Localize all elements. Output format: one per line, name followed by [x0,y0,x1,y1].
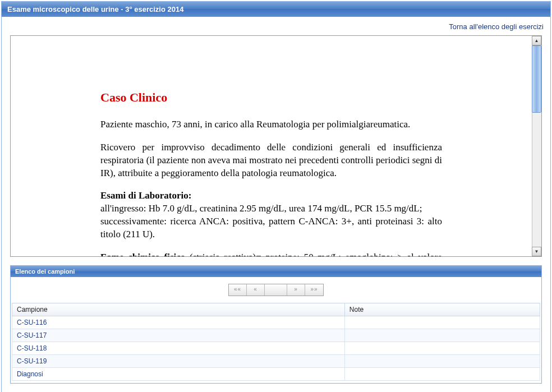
scroll-down-arrow-icon[interactable]: ▼ [532,247,541,256]
sample-link[interactable]: C-SU-118 [17,344,47,352]
samples-panel: Elenco dei campioni «« « » »» Campione N… [10,265,542,384]
scrollbar-track[interactable]: ▲ ▼ [532,36,541,256]
back-to-list-link[interactable]: Torna all'elenco degli esercizi [449,22,544,31]
lab-line-1: all'ingresso: Hb 7.0 g/dL, creatinina 2.… [100,203,422,214]
main-panel: Esame microscopico delle urine - 3° eser… [1,1,551,392]
samples-panel-title: Elenco dei campioni [11,266,541,277]
sample-note [344,342,540,355]
document-frame: Caso Clinico Paziente maschio, 73 anni, … [10,35,542,257]
table-row: C-SU-116 [12,316,540,329]
sample-note [344,355,540,368]
page-title: Esame microscopico delle urine - 3° eser… [2,2,550,17]
sample-link[interactable]: Diagnosi [17,370,43,378]
samples-table: Campione Note C-SU-116 C-SU-117 C-SU-118 [12,303,540,381]
col-campione: Campione [12,303,345,316]
chem-label: Eame chimico fisico [100,252,185,256]
sample-link[interactable]: C-SU-117 [17,331,47,339]
sample-note [344,368,540,381]
col-note: Note [344,303,540,316]
sample-link[interactable]: C-SU-116 [17,319,47,326]
table-row: C-SU-118 [12,342,540,355]
table-row: C-SU-119 [12,355,540,368]
case-title: Caso Clinico [100,89,442,106]
lab-label: Esami di Laboratorio: [100,190,191,201]
table-row: C-SU-117 [12,329,540,342]
page-first-button[interactable]: «« [229,284,247,296]
lab-line-2: successivamente: ricerca ANCA: positiva,… [100,216,442,239]
document-content: Caso Clinico Paziente maschio, 73 anni, … [11,36,532,256]
scroll-up-arrow-icon[interactable]: ▲ [532,36,541,45]
table-row: Diagnosi [12,368,540,381]
page-prev-button[interactable]: « [247,284,265,296]
chem-block: Eame chimico fisico (striscia reattiva)=… [100,251,442,256]
case-history: Ricovero per improvviso decadimento dell… [100,141,442,180]
page-next-button[interactable]: » [287,284,305,296]
lab-block: Esami di Laboratorio: all'ingresso: Hb 7… [100,190,442,241]
paginator: «« « » »» [11,277,541,303]
sample-link[interactable]: C-SU-119 [17,357,47,365]
case-intro: Paziente maschio, 73 anni, in carico all… [100,118,442,131]
page-number-display [265,284,287,296]
sample-note [344,316,540,329]
sample-note [344,329,540,342]
back-link-row: Torna all'elenco degli esercizi [2,17,550,35]
page-last-button[interactable]: »» [305,284,323,296]
scrollbar-thumb[interactable] [532,45,541,113]
